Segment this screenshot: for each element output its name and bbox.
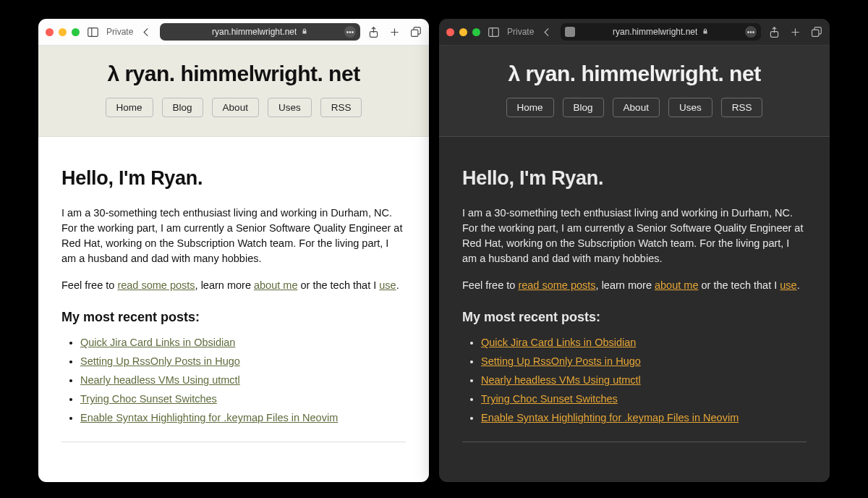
svg-rect-11	[812, 30, 819, 36]
page-heading: Hello, I'm Ryan.	[61, 164, 406, 193]
tabs-overview-icon[interactable]	[810, 26, 822, 38]
nav-uses[interactable]: Uses	[668, 98, 712, 117]
intro-paragraph: I am a 30-something tech enthusiast livi…	[462, 206, 807, 266]
private-label: Private	[106, 27, 133, 37]
nav-rss[interactable]: RSS	[721, 98, 763, 117]
site-title: λ ryan. himmelwright. net	[454, 62, 815, 86]
recent-post-link[interactable]: Quick Jira Card Links in Obsidian	[80, 337, 235, 348]
intro-paragraph: I am a 30-something tech enthusiast livi…	[61, 206, 406, 266]
page-heading: Hello, I'm Ryan.	[462, 164, 807, 193]
sidebar-icon[interactable]	[488, 26, 500, 38]
link-use[interactable]: use	[780, 279, 796, 291]
list-item: Setting Up RssOnly Posts in Hugo	[481, 354, 807, 369]
favicon	[565, 27, 575, 37]
recent-post-link[interactable]: Setting Up RssOnly Posts in Hugo	[481, 355, 641, 367]
minimize-window-button[interactable]	[59, 28, 67, 36]
zoom-window-button[interactable]	[72, 28, 80, 36]
link-about-me[interactable]: about me	[655, 279, 698, 291]
recent-post-link[interactable]: Nearly headless VMs Using utmctl	[481, 374, 641, 386]
list-item: Enable Syntax Highlighting for .keymap F…	[80, 410, 406, 426]
sidebar-icon[interactable]	[87, 26, 99, 38]
nav-about[interactable]: About	[613, 98, 660, 117]
site-banner: λ ryan. himmelwright. net Home Blog Abou…	[439, 46, 830, 137]
recent-post-link[interactable]: Quick Jira Card Links in Obsidian	[481, 337, 636, 348]
nav-uses[interactable]: Uses	[268, 98, 312, 117]
intro-links-paragraph: Feel free to read some posts, learn more…	[462, 278, 807, 293]
content: Hello, I'm Ryan. I am a 30-something tec…	[439, 137, 830, 457]
private-label: Private	[507, 27, 534, 37]
new-tab-icon[interactable]	[789, 26, 801, 38]
lock-icon	[702, 27, 709, 37]
nav-about[interactable]: About	[212, 98, 259, 117]
link-use[interactable]: use	[379, 279, 396, 291]
recent-post-link[interactable]: Setting Up RssOnly Posts in Hugo	[80, 355, 240, 367]
list-item: Setting Up RssOnly Posts in Hugo	[80, 354, 406, 369]
link-read-posts[interactable]: read some posts	[117, 279, 195, 291]
nav-blog[interactable]: Blog	[162, 98, 203, 117]
svg-rect-6	[489, 28, 499, 36]
intro-links-paragraph: Feel free to read some posts, learn more…	[61, 278, 406, 293]
safari-window-light: Private ryan.himmelwright.net •••	[38, 19, 429, 482]
window-controls	[446, 28, 480, 36]
link-read-posts[interactable]: read some posts	[518, 279, 595, 291]
address-bar[interactable]: ryan.himmelwright.net •••	[160, 23, 360, 41]
divider	[61, 442, 406, 442]
list-item: Quick Jira Card Links in Obsidian	[481, 335, 807, 350]
extensions-icon[interactable]: •••	[344, 26, 356, 38]
recent-post-link[interactable]: Trying Choc Sunset Switches	[481, 393, 618, 405]
minimize-window-button[interactable]	[459, 28, 467, 36]
site-title: λ ryan. himmelwright. net	[53, 62, 414, 86]
svg-rect-5	[412, 30, 418, 36]
nav-row: Home Blog About Uses RSS	[454, 98, 815, 117]
toolbar: Private ryan.himmelwright.net •••	[38, 19, 429, 46]
extensions-icon[interactable]: •••	[745, 26, 757, 38]
recent-post-link[interactable]: Nearly headless VMs Using utmctl	[80, 374, 240, 386]
lock-icon	[301, 27, 308, 37]
address-bar[interactable]: ryan.himmelwright.net •••	[561, 23, 761, 41]
window-controls	[46, 28, 80, 36]
back-icon[interactable]	[140, 26, 153, 38]
recent-post-link[interactable]: Enable Syntax Highlighting for .keymap F…	[80, 412, 338, 423]
divider	[462, 442, 807, 442]
recent-post-link[interactable]: Trying Choc Sunset Switches	[80, 393, 217, 405]
list-item: Trying Choc Sunset Switches	[481, 392, 807, 407]
nav-home[interactable]: Home	[106, 98, 153, 117]
recent-list: Quick Jira Card Links in Obsidian Settin…	[61, 335, 406, 426]
zoom-window-button[interactable]	[472, 28, 480, 36]
link-about-me[interactable]: about me	[254, 279, 297, 291]
tabs-overview-icon[interactable]	[409, 26, 422, 38]
list-item: Trying Choc Sunset Switches	[80, 392, 406, 407]
content: Hello, I'm Ryan. I am a 30-something tec…	[38, 137, 429, 457]
share-icon[interactable]	[768, 26, 780, 38]
share-icon[interactable]	[367, 26, 380, 38]
page-body: λ ryan. himmelwright. net Home Blog Abou…	[38, 46, 429, 482]
list-item: Nearly headless VMs Using utmctl	[80, 373, 406, 388]
back-icon[interactable]	[541, 26, 553, 38]
new-tab-icon[interactable]	[388, 26, 401, 38]
nav-rss[interactable]: RSS	[320, 98, 362, 117]
site-banner: λ ryan. himmelwright. net Home Blog Abou…	[38, 46, 429, 137]
safari-window-dark: Private ryan.himmelwright.net •••	[439, 19, 830, 482]
close-window-button[interactable]	[446, 28, 454, 36]
svg-rect-0	[88, 28, 98, 36]
toolbar: Private ryan.himmelwright.net •••	[439, 19, 830, 46]
close-window-button[interactable]	[46, 28, 54, 36]
url-text: ryan.himmelwright.net	[212, 27, 297, 37]
recent-heading: My most recent posts:	[462, 308, 807, 326]
nav-blog[interactable]: Blog	[563, 98, 604, 117]
page-body: λ ryan. himmelwright. net Home Blog Abou…	[439, 46, 830, 482]
list-item: Enable Syntax Highlighting for .keymap F…	[481, 410, 807, 426]
recent-heading: My most recent posts:	[61, 308, 406, 326]
nav-home[interactable]: Home	[506, 98, 554, 117]
list-item: Quick Jira Card Links in Obsidian	[80, 335, 406, 350]
url-text: ryan.himmelwright.net	[613, 27, 697, 37]
nav-row: Home Blog About Uses RSS	[53, 98, 414, 117]
recent-post-link[interactable]: Enable Syntax Highlighting for .keymap F…	[481, 412, 739, 423]
list-item: Nearly headless VMs Using utmctl	[481, 373, 807, 388]
recent-list: Quick Jira Card Links in Obsidian Settin…	[462, 335, 807, 426]
